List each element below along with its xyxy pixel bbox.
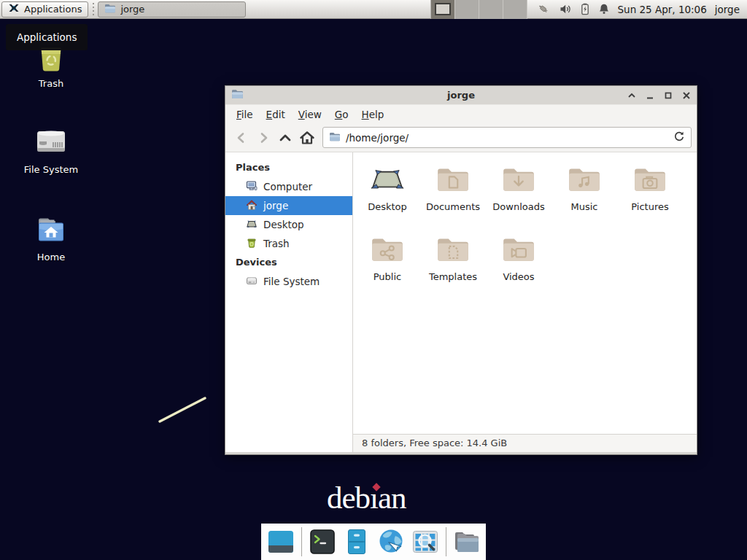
workspace-3[interactable] [479, 0, 503, 19]
menu-go[interactable]: Go [328, 105, 355, 124]
close-button[interactable] [682, 91, 691, 100]
file-item-label: Downloads [492, 201, 544, 212]
path-input[interactable]: /home/jorge/ [346, 132, 668, 144]
videos-folder-icon [500, 233, 537, 268]
titlebar[interactable]: jorge [225, 86, 697, 104]
sidebar-item-label: jorge [263, 200, 288, 211]
top-panel: Applications jorge [0, 0, 747, 19]
wallpaper-line-artifact [153, 392, 214, 429]
file-manager-window: jorge File Edit View Go Help [225, 85, 697, 455]
sidebar-item-file-system[interactable]: File System [225, 272, 352, 291]
sidebar-header-places: Places [225, 158, 352, 177]
file-item-videos[interactable]: Videos [487, 233, 551, 303]
tooltip-text: Applications [17, 31, 77, 43]
system-tray: Sun 25 Apr, 10:06 jorge [527, 3, 747, 16]
taskbar-window-button[interactable]: jorge [98, 1, 246, 18]
sidebar-header-devices: Devices [225, 253, 352, 272]
menu-file[interactable]: File [230, 105, 260, 124]
notifications-bell-icon[interactable] [598, 3, 610, 15]
desktop-icon-file-system[interactable]: File System [15, 125, 88, 175]
public-folder-icon [369, 233, 406, 268]
debian-wordmark: debıan [327, 481, 406, 515]
workspace-2[interactable] [455, 0, 479, 19]
file-item-label: Pictures [631, 201, 668, 212]
sidebar-item-desktop[interactable]: Desktop [225, 215, 352, 234]
minimize-button[interactable] [646, 91, 654, 100]
menu-edit[interactable]: Edit [260, 105, 292, 124]
statusbar: 8 folders, Free space: 14.4 GiB [353, 434, 697, 452]
desktop-icon-home[interactable]: Home [15, 213, 88, 262]
directory-menu-icon[interactable] [453, 528, 481, 556]
show-desktop-icon[interactable] [267, 528, 295, 556]
window-title: jorge [225, 90, 697, 101]
reload-button[interactable] [673, 131, 685, 145]
desktop-icon-label: File System [24, 164, 78, 175]
sidebar: Places Computer [225, 152, 353, 452]
applications-tooltip: Applications [6, 24, 88, 50]
file-item-pictures[interactable]: Pictures [618, 163, 682, 233]
sidebar-item-label: Trash [263, 238, 290, 249]
file-item-label: Documents [426, 201, 480, 212]
volume-icon[interactable] [560, 4, 572, 15]
drive-icon [34, 125, 69, 159]
desktop-folder-icon [369, 163, 406, 198]
window-folder-icon [231, 88, 244, 103]
home-button[interactable] [296, 127, 318, 149]
sidebar-item-jorge[interactable]: jorge [225, 196, 352, 215]
workspace-4[interactable] [503, 0, 527, 19]
file-item-desktop[interactable]: Desktop [355, 163, 419, 233]
dock-separator [446, 527, 446, 556]
workspace-window-preview [435, 3, 451, 15]
desktop-icon [246, 218, 258, 232]
up-button[interactable] [274, 127, 296, 149]
statusbar-text: 8 folders, Free space: 14.4 GiB [362, 438, 507, 448]
shade-button[interactable] [627, 91, 636, 100]
templates-folder-icon [435, 233, 471, 268]
bottom-dock [261, 524, 486, 560]
maximize-button[interactable] [664, 91, 673, 100]
menu-help[interactable]: Help [355, 105, 391, 124]
sidebar-item-label: Computer [263, 181, 312, 192]
power-adapter-icon[interactable] [538, 3, 551, 16]
desktop-icon-label: Home [37, 252, 65, 262]
application-finder-icon[interactable] [411, 528, 439, 556]
applications-menu-button[interactable]: Applications [1, 1, 88, 18]
documents-folder-icon [435, 163, 471, 198]
sidebar-item-label: File System [263, 276, 320, 287]
desktop-icon-label: Trash [39, 78, 63, 89]
web-browser-icon[interactable] [377, 528, 405, 556]
file-item-templates[interactable]: Templates [421, 233, 485, 303]
file-manager-icon[interactable] [343, 528, 371, 556]
home-folder-icon [34, 213, 69, 246]
workspace-1[interactable] [431, 0, 455, 19]
path-folder-icon [329, 131, 341, 145]
sidebar-item-computer[interactable]: Computer [225, 177, 352, 196]
path-bar[interactable]: /home/jorge/ [322, 127, 692, 148]
panel-username[interactable]: jorge [715, 4, 740, 15]
file-item-public[interactable]: Public [355, 233, 419, 303]
drive-icon [246, 275, 258, 289]
menu-view[interactable]: View [292, 105, 328, 124]
xfce-applications-icon [8, 2, 20, 16]
back-button[interactable] [231, 127, 252, 149]
applications-menu-label: Applications [24, 4, 82, 15]
workspace-switcher[interactable] [430, 0, 527, 19]
folder-icon [104, 2, 116, 16]
toolbar: /home/jorge/ [225, 123, 697, 152]
file-item-documents[interactable]: Documents [421, 163, 485, 233]
battery-icon[interactable] [580, 3, 590, 15]
file-item-label: Templates [429, 271, 477, 282]
panel-separator-handle [90, 3, 96, 16]
panel-clock[interactable]: Sun 25 Apr, 10:06 [618, 4, 707, 15]
menubar: File Edit View Go Help [225, 104, 697, 123]
file-item-downloads[interactable]: Downloads [487, 163, 551, 233]
file-item-label: Public [374, 271, 401, 282]
file-item-music[interactable]: Music [552, 163, 616, 233]
sidebar-item-trash[interactable]: Trash [225, 234, 352, 253]
pictures-folder-icon [632, 163, 668, 198]
terminal-icon[interactable] [309, 528, 336, 556]
debian-wallpaper-logo: debıan [327, 481, 429, 518]
file-item-label: Music [571, 201, 598, 212]
forward-button[interactable] [252, 127, 274, 149]
file-item-label: Desktop [368, 201, 407, 212]
